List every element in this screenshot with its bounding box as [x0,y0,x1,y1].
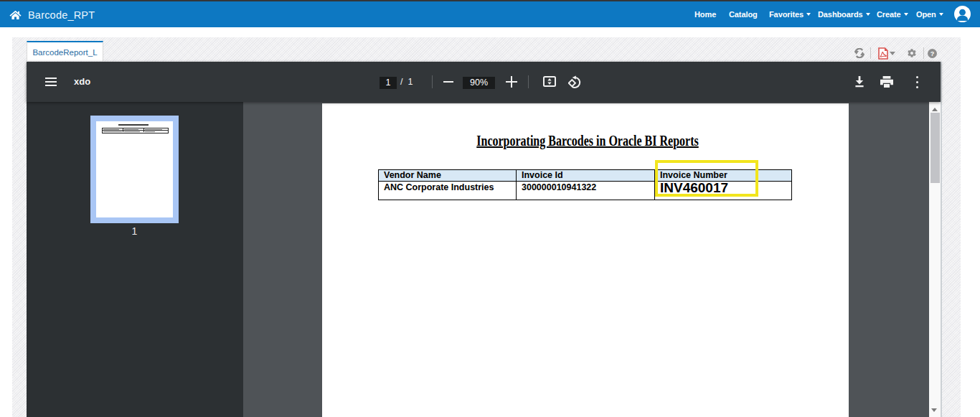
svg-text:?: ? [930,50,935,57]
